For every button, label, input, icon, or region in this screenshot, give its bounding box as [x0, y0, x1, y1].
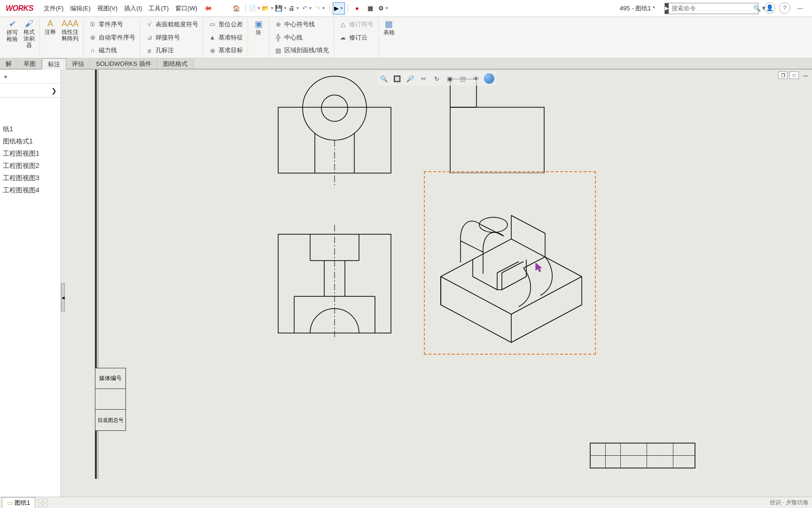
weld-symbol-button[interactable]: ⊿焊接符号 — [143, 32, 182, 43]
drawing-view-right[interactable] — [445, 74, 549, 173]
feature-manager-panel: ● ❯ 纸1 图纸格式1 工程图视图1 工程图视图2 工程图视图3 工程图视图4 — [0, 70, 61, 497]
zoom-fit-icon[interactable]: 🔍 — [378, 72, 390, 85]
display-style-icon[interactable]: ▣ — [444, 72, 456, 85]
note-button[interactable]: A 注释 — [43, 18, 58, 57]
tables-button[interactable]: ▦ 表格 — [382, 18, 397, 37]
tree-view4[interactable]: 工程图视图4 — [1, 184, 60, 197]
search-box: ▶ 🔍 ▼ — [664, 3, 758, 14]
appearance-icon[interactable] — [484, 73, 494, 84]
tree-view2[interactable]: 工程图视图2 — [1, 160, 60, 172]
select-icon[interactable]: ▶▼ — [333, 2, 345, 15]
tab-plugins[interactable]: SOLIDWORKS 插件 — [90, 58, 157, 69]
tables-icon: ▦ — [385, 19, 393, 29]
drawing-view-isometric[interactable] — [431, 197, 591, 347]
sheet-tab[interactable]: ▭ 图纸1 — [2, 497, 35, 508]
revision-cloud-button[interactable]: ☁修订云 — [337, 32, 369, 43]
ribbon: ✔ 拼写 检验 🖌 格式 涂刷 器 A 注释 AAA 线性注 释阵列 ①零件序号 — [0, 17, 812, 58]
balloon-button[interactable]: ①零件序号 — [86, 19, 125, 30]
menu-edit[interactable]: 编辑(E) — [67, 2, 93, 15]
title-block-left: 媒体编号 目底图总号 — [95, 368, 126, 431]
tab-evaluate[interactable]: 评估 — [66, 58, 90, 69]
ribbon-group-revision: △修订符号 ☁修订云 — [334, 18, 379, 57]
search-input[interactable] — [669, 5, 753, 12]
geo-tolerance-button[interactable]: ▭形位公差 — [206, 19, 245, 30]
tab-sketch[interactable]: 草图 — [18, 58, 42, 69]
panel-collapse-handle[interactable]: ◂ — [61, 283, 65, 311]
tab-sheet-format[interactable]: 图纸格式 — [157, 58, 194, 69]
home-icon[interactable]: 🏠 — [230, 2, 242, 15]
tree-sheet1[interactable]: 纸1 — [1, 123, 60, 135]
rotate-icon[interactable]: ↻ — [430, 72, 443, 85]
ribbon-group-center: ⊕中心符号线 ╬中心线 ▨区域剖面线/填充 — [269, 18, 334, 57]
datum-feature-button[interactable]: ▲基准特征 — [206, 32, 245, 43]
menu-file[interactable]: 文件(F) — [41, 2, 67, 15]
linear-pattern-button[interactable]: AAA 线性注 释阵列 — [60, 18, 80, 57]
svg-line-21 — [511, 277, 582, 314]
redo-icon[interactable]: ↷▼ — [314, 2, 327, 15]
drawing-view-front[interactable] — [273, 225, 396, 338]
spell-check-button[interactable]: ✔ 拼写 检验 — [5, 18, 20, 57]
document-title: 495 - 图纸1 * — [620, 4, 655, 13]
win-max-icon[interactable]: □ — [789, 71, 799, 79]
save-icon[interactable]: 💾▼ — [275, 2, 287, 15]
hole-callout-icon: ⌀ — [145, 47, 154, 54]
ribbon-group-block: ▣ 块 — [248, 18, 269, 57]
tab-annotation[interactable]: 标注 — [42, 58, 66, 70]
tree-view1[interactable]: 工程图视图1 — [1, 148, 60, 160]
settings-icon[interactable]: ⚙▼ — [377, 2, 390, 15]
area-hatch-button[interactable]: ▨区域剖面线/填充 — [272, 45, 331, 56]
center-mark-button[interactable]: ⊕中心符号线 — [272, 19, 317, 30]
menu-window[interactable]: 窗口(W) — [172, 2, 200, 15]
expand-arrow-icon[interactable]: ❯ — [51, 87, 57, 95]
help-icon[interactable]: ? — [779, 2, 790, 14]
title-cell-base: 目底图总号 — [95, 410, 125, 430]
centerline-button[interactable]: ╬中心线 — [272, 32, 304, 43]
undo-icon[interactable]: ↶▼ — [301, 2, 313, 15]
search-icon[interactable]: 🔍 — [753, 5, 761, 12]
print-icon[interactable]: 🖨▼ — [288, 2, 300, 15]
section-view-icon[interactable]: ✂ — [417, 72, 429, 85]
block-button[interactable]: ▣ 块 — [251, 18, 266, 37]
title-cell-media: 媒体编号 — [95, 368, 125, 389]
magnetic-line-button[interactable]: ∩磁力线 — [86, 45, 119, 56]
user-icon[interactable]: 👤 — [764, 2, 775, 14]
area-hatch-icon: ▨ — [274, 47, 282, 54]
surface-finish-button[interactable]: √表面粗糙度符号 — [143, 19, 200, 30]
format-painter-button[interactable]: 🖌 格式 涂刷 器 — [22, 18, 37, 57]
menu-view[interactable]: 视图(V) — [94, 2, 120, 15]
tab-solve[interactable]: 解 — [0, 58, 18, 69]
add-sheet-button[interactable]: ◇ — [38, 499, 47, 507]
tree-view3[interactable]: 工程图视图3 — [1, 172, 60, 184]
search-prefix-icon[interactable]: ▶ — [665, 3, 669, 14]
drawing-view-top[interactable] — [273, 74, 396, 187]
zoom-area-icon[interactable]: 🔲 — [391, 72, 403, 85]
table-row — [591, 456, 695, 468]
minimize-icon[interactable]: — — [794, 2, 806, 15]
menu-insert[interactable]: 插入(I) — [121, 2, 145, 15]
block-icon: ▣ — [255, 19, 263, 29]
view-toolbar: 🔍 🔲 🔎 ✂ ↻ ▣ ◫ 👁 — [377, 71, 496, 86]
drawing-area[interactable]: ◂ 🔍 🔲 🔎 ✂ ↻ ▣ ◫ 👁 ❐ □ — — [61, 70, 812, 497]
menu-tools[interactable]: 工具(T) — [146, 2, 172, 15]
svg-point-23 — [479, 217, 508, 232]
hole-callout-button[interactable]: ⌀孔标注 — [143, 45, 176, 56]
quick-toolbar: 🏠 📄▼ 📂▼ 💾▼ 🖨▼ ↶▼ ↷▼ ▶▼ ● ▦ ⚙▼ — [230, 2, 390, 15]
datum-target-button[interactable]: ⊕基准目标 — [206, 45, 245, 56]
geo-tolerance-icon: ▭ — [208, 21, 217, 28]
zoom-prev-icon[interactable]: 🔎 — [404, 72, 416, 85]
open-icon[interactable]: 📂▼ — [262, 2, 274, 15]
tree-sheet-format[interactable]: 图纸格式1 — [1, 135, 60, 148]
balloon-icon: ① — [88, 21, 97, 28]
hide-show-icon[interactable]: ◫ — [457, 72, 469, 85]
win-min-icon[interactable]: — — [801, 71, 810, 79]
format-painter-icon: 🖌 — [25, 19, 33, 29]
ribbon-group-symbols: √表面粗糙度符号 ⊿焊接符号 ⌀孔标注 — [141, 18, 203, 57]
win-restore-icon[interactable]: ❐ — [778, 71, 788, 79]
traffic-light-icon[interactable]: ● — [351, 2, 363, 15]
pin-icon[interactable]: 📌 — [203, 3, 213, 14]
options-icon[interactable]: ▦ — [364, 2, 376, 15]
auto-balloon-button[interactable]: ⊕自动零件序号 — [86, 32, 137, 43]
eye-icon[interactable]: 👁 — [470, 72, 482, 85]
magnetic-icon: ∩ — [88, 47, 97, 54]
new-doc-icon[interactable]: 📄▼ — [249, 2, 261, 15]
